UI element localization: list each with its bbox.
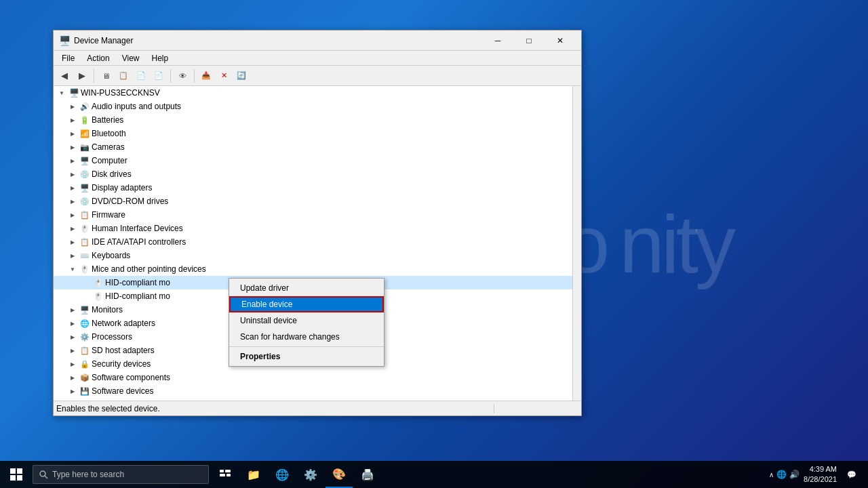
software-components-label: Software components	[92, 373, 170, 382]
add-driver-button[interactable]: 📥	[198, 68, 214, 84]
photoshop-icon[interactable]: 🎨	[326, 461, 353, 488]
hid-label: Human Interface Devices	[92, 224, 183, 233]
network-icon[interactable]: 🌐	[776, 470, 787, 479]
item-icon: 💿	[79, 196, 90, 207]
back-button[interactable]: ◀	[56, 68, 73, 84]
tray-chevron[interactable]: ∧	[769, 471, 774, 479]
item-label: Network adapters	[92, 319, 155, 328]
expand-icon: ▶	[67, 115, 78, 125]
ctx-uninstall-device[interactable]: Uninstall device	[229, 312, 384, 329]
list-item[interactable]: ▶ 🔊 Audio inputs and outputs	[54, 100, 572, 113]
expand-icon: ▶	[67, 223, 78, 234]
statusbar-text: Enables the selected device.	[56, 404, 491, 413]
list-item[interactable]: ▶ 🎵 Sound, video and game controllers	[54, 398, 572, 401]
list-item[interactable]: ▶ 📋 Firmware	[54, 208, 572, 222]
item-icon: 📷	[79, 142, 90, 152]
svg-rect-6	[220, 470, 224, 472]
close-button[interactable]: ✕	[545, 30, 576, 51]
resources-type-button[interactable]: 📄	[133, 68, 149, 84]
item-label: Firmware	[92, 210, 125, 220]
list-item[interactable]: ▶ 💿 Disk drives	[54, 167, 572, 181]
taskbar: Type here to search 📁 🌐 ⚙️ 🎨 🖨️ ∧ 🌐 🔊 4:…	[0, 461, 868, 488]
explorer-icon[interactable]: 📁	[240, 461, 267, 488]
svg-point-4	[40, 471, 45, 476]
volume-icon[interactable]: 🔊	[789, 470, 800, 479]
show-hidden-button[interactable]: 👁	[174, 68, 191, 84]
item-icon: 🔊	[79, 101, 90, 112]
mice-label: Mice and other pointing devices	[92, 264, 206, 274]
ctx-scan-hardware[interactable]: Scan for hardware changes	[229, 329, 384, 345]
toolbar: ◀ ▶ 🖥 📋 📄 📄 👁 📥 ✕ 🔄	[54, 66, 581, 86]
notification-center[interactable]: 💬	[841, 461, 863, 488]
scrollbar[interactable]	[573, 86, 581, 401]
start-button[interactable]	[0, 461, 33, 488]
expand-icon: ▶	[67, 182, 78, 193]
item-label: SD host adapters	[92, 346, 155, 355]
list-item[interactable]: ▶ 💿 DVD/CD-ROM drives	[54, 195, 572, 208]
toolbar-sep-2	[170, 69, 171, 83]
list-item[interactable]: ▶ 🖥️ Display adapters	[54, 181, 572, 195]
mice-pointing-devices[interactable]: ▼ 🖱️ Mice and other pointing devices	[54, 262, 572, 276]
device-manager-window: 🖥️ Device Manager ─ □ ✕ File Action View…	[53, 30, 582, 416]
titlebar: 🖥️ Device Manager ─ □ ✕	[54, 30, 581, 51]
window-title: Device Manager	[74, 36, 482, 45]
view-type-button[interactable]: 🖥	[98, 68, 114, 84]
chrome-icon[interactable]: 🌐	[269, 461, 296, 488]
item-icon: 🖥️	[79, 304, 90, 315]
settings-icon[interactable]: ⚙️	[297, 461, 324, 488]
root-icon: 🖥️	[68, 87, 79, 98]
tree-root[interactable]: ▼ 🖥️ WIN-PUS3ECCKNSV	[54, 86, 572, 100]
view-connection-button[interactable]: 📋	[115, 68, 132, 84]
list-item[interactable]: ▶ 📶 Bluetooth	[54, 127, 572, 140]
expand-icon: ▶	[67, 128, 78, 139]
list-item[interactable]: ▶ 📦 Software components	[54, 371, 572, 384]
taskbar-app-icons: 📁 🌐 ⚙️ 🎨 🖨️	[212, 461, 381, 488]
list-item[interactable]: ▶ 🖥️ Computer	[54, 154, 572, 167]
item-icon: 🔋	[79, 115, 90, 125]
context-menu: Update driver Enable device Uninstall de…	[229, 278, 384, 367]
item-label: Disk drives	[92, 169, 132, 179]
list-item[interactable]: ▶ 🖱️ Human Interface Devices	[54, 222, 572, 235]
item-label: Processors	[92, 332, 132, 342]
minimize-button[interactable]: ─	[482, 30, 513, 51]
expand-icon: ▶	[67, 386, 78, 396]
expand-icon: ▶	[67, 155, 78, 166]
scan-button[interactable]: 🔄	[233, 68, 250, 84]
print-icon[interactable]: 🖨️	[354, 461, 381, 488]
expand-icon: ▶	[67, 318, 78, 329]
item-icon: 🔒	[79, 359, 90, 369]
list-item[interactable]: ▶ 📷 Cameras	[54, 140, 572, 154]
ctx-enable-device[interactable]: Enable device	[229, 296, 384, 312]
list-item[interactable]: ▶ 📋 IDE ATA/ATAPI controllers	[54, 235, 572, 249]
menu-file[interactable]: File	[56, 52, 80, 64]
uninstall-button[interactable]: ✕	[216, 68, 232, 84]
taskbar-datetime[interactable]: 4:39 AM 8/28/2021	[804, 464, 837, 485]
statusbar-divider	[494, 404, 494, 413]
forward-button[interactable]: ▶	[74, 68, 90, 84]
item-icon: 🎵	[79, 399, 90, 401]
ctx-update-driver[interactable]: Update driver	[229, 280, 384, 296]
item-label: Keyboards	[92, 251, 130, 260]
taskview-icon[interactable]	[212, 461, 239, 488]
menu-help[interactable]: Help	[146, 52, 174, 64]
expand-icon: ▶	[67, 142, 78, 152]
item-label: Batteries	[92, 115, 123, 125]
item-label: Cameras	[92, 142, 125, 152]
toolbar-sep-3	[194, 69, 195, 83]
list-item[interactable]: ▶ 🔋 Batteries	[54, 113, 572, 127]
ctx-properties[interactable]: Properties	[229, 348, 384, 365]
svg-line-5	[45, 476, 47, 479]
root-expand-icon: ▼	[56, 87, 67, 98]
svg-rect-1	[17, 468, 22, 474]
menu-view[interactable]: View	[117, 52, 145, 64]
list-item[interactable]: ▶ 💾 Software devices	[54, 384, 572, 398]
maximize-button[interactable]: □	[513, 30, 545, 51]
svg-rect-8	[220, 474, 225, 476]
taskbar-search[interactable]: Type here to search	[33, 465, 209, 484]
menu-action[interactable]: Action	[81, 52, 115, 64]
list-item[interactable]: ▶ ⌨️ Keyboards	[54, 249, 572, 262]
resources-connection-button[interactable]: 📄	[151, 68, 167, 84]
svg-rect-3	[17, 475, 22, 481]
item-icon: 📋	[79, 237, 90, 247]
svg-rect-0	[10, 468, 16, 474]
